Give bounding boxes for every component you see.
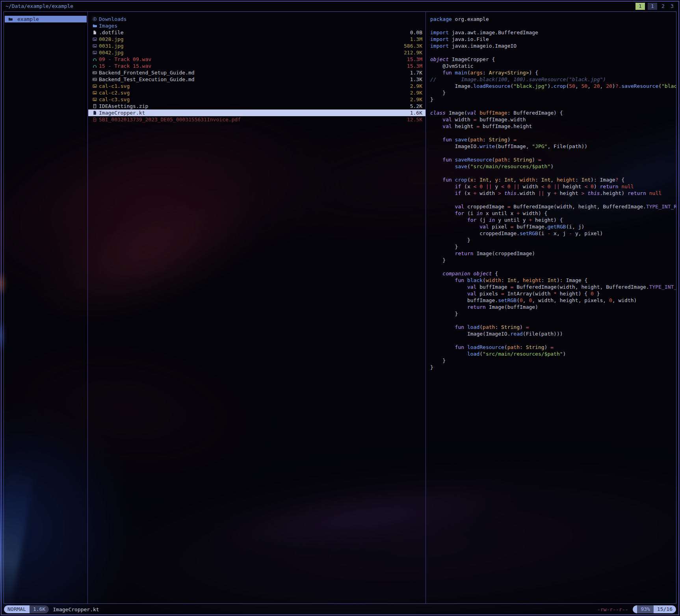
file-size: 2.9K xyxy=(410,90,422,96)
image-icon xyxy=(93,50,99,55)
code-line: } xyxy=(430,89,676,96)
file-name: SBI_0032013739_2023_DE05_0003155631Invoi… xyxy=(99,117,407,122)
file-name: Downloads xyxy=(99,16,422,22)
code-line: if (x < 0 || y < 0 || width < 0 || heigh… xyxy=(430,183,676,190)
code-line: val pixels = IntArray(width * height) { … xyxy=(430,290,676,297)
status-bar: NORMAL 1.6K ImageCropper.kt -rw-r--r-- 9… xyxy=(4,605,676,613)
code-line: return Image(buffImage) xyxy=(430,304,676,310)
code-line: val height = buffImage.height xyxy=(430,123,676,130)
code-line: val pixel = buffImage.getRGB(i, j) xyxy=(430,223,676,230)
code-line: } xyxy=(430,237,676,243)
file-row[interactable]: .dotfile0.0B xyxy=(88,29,425,36)
file-size: 2.9K xyxy=(410,96,422,102)
file-size: 1.3K xyxy=(410,76,422,82)
file-row[interactable]: SBI_0032013739_2023_DE05_0003155631Invoi… xyxy=(88,116,425,123)
code-line xyxy=(430,317,676,324)
code-line: fun main(args: Array<String>) { xyxy=(430,69,676,76)
code-line: fun black(width: Int, height: Int): Imag… xyxy=(430,277,676,284)
file-name: 09 - Track 09.wav xyxy=(99,56,407,62)
image-icon xyxy=(93,91,99,95)
file-row[interactable]: cal-c1.svg2.9K xyxy=(88,83,425,89)
image-icon xyxy=(93,97,99,102)
code-line: return Image(croppedImage) xyxy=(430,250,676,257)
code-line: } xyxy=(430,243,676,250)
file-row[interactable]: Backend_Frontend_Setup_Guide.md1.7K xyxy=(88,69,425,76)
file-row[interactable]: cal-c3.svg2.9K xyxy=(88,96,425,103)
folder-icon xyxy=(8,17,15,21)
file-name: IDEAsettings.zip xyxy=(99,103,410,109)
pill-cap xyxy=(633,605,637,613)
code-line: ImageIO.write(buffImage, "JPG", File(pat… xyxy=(430,143,676,150)
code-line: } xyxy=(430,357,676,364)
parent-item-label: example xyxy=(17,16,39,22)
tab-2[interactable]: 1 xyxy=(648,3,657,10)
file-size: 1.7K xyxy=(410,70,422,76)
folder-icon xyxy=(93,24,99,28)
file-name: 0042.jpg xyxy=(99,50,404,56)
code-line: @JvmStatic xyxy=(430,63,676,69)
code-line: } xyxy=(430,96,676,103)
code-line: load("src/main/resources/$path") xyxy=(430,351,676,357)
yazi-terminal: { "topbar": { "path": "~/Data/example/ex… xyxy=(0,0,680,616)
code-line: val buffImage = BufferedImage(width, hei… xyxy=(430,284,676,290)
zip-icon xyxy=(93,104,99,108)
file-name: Backend_Frontend_Setup_Guide.md xyxy=(99,70,410,76)
file-name: cal-c2.svg xyxy=(99,90,410,96)
file-name: cal-c3.svg xyxy=(99,96,410,102)
code-line: fun load(path: String) = xyxy=(430,324,676,330)
file-size: 5.2K xyxy=(410,103,422,109)
audio-icon xyxy=(93,57,99,61)
file-row[interactable]: 0031.jpg586.3K xyxy=(88,43,425,49)
code-line xyxy=(430,103,676,109)
file-size: 212.9K xyxy=(404,50,422,56)
code-line: fun saveResource(path: String) = xyxy=(430,156,676,163)
parent-directory-panel: example xyxy=(4,12,88,603)
tab-1[interactable]: 1 xyxy=(635,3,645,10)
file-name: Backend_Test_Execution_Guide.md xyxy=(99,76,410,82)
file-size: 15.3M xyxy=(407,56,422,62)
file-row[interactable]: 09 - Track 09.wav15.3M xyxy=(88,56,425,63)
code-line: companion object { xyxy=(430,270,676,277)
code-line xyxy=(430,170,676,176)
breadcrumb-path: ~/Data/example/example xyxy=(6,3,73,9)
code-line xyxy=(430,130,676,136)
file-row[interactable]: cal-c2.svg2.9K xyxy=(88,89,425,96)
code-line: fun loadResource(path: String) = xyxy=(430,344,676,351)
file-row[interactable]: ImageCropper.kt1.6K xyxy=(88,109,425,116)
tab-3[interactable]: 2 xyxy=(660,3,666,10)
file-size: 1.3M xyxy=(410,36,422,42)
code-line: } xyxy=(430,257,676,263)
markdown-icon xyxy=(93,77,99,82)
code-line: for (j in y until y + height) { xyxy=(430,217,676,223)
file-row[interactable]: IDEAsettings.zip5.2K xyxy=(88,103,425,109)
file-name: 0031.jpg xyxy=(99,43,404,49)
file-row[interactable]: 15 - Track 15.wav15.3M xyxy=(88,63,425,69)
topbar: ~/Data/example/example 1123 xyxy=(6,2,675,10)
code-line xyxy=(430,22,676,29)
code-line: import java.awt.image.BufferedImage xyxy=(430,29,676,36)
tab-4[interactable]: 3 xyxy=(669,3,675,10)
code-line: import java.io.File xyxy=(430,36,676,43)
code-line: save("src/main/resources/$path") xyxy=(430,163,676,170)
file-size-badge: 1.6K xyxy=(30,605,49,613)
code-line: buffImage.setRGB(0, 0, width, height, pi… xyxy=(430,297,676,304)
code-preview-panel: package org.example import java.awt.imag… xyxy=(426,12,676,603)
code-line xyxy=(430,150,676,156)
file-size: 586.3K xyxy=(404,43,422,49)
file-row[interactable]: 0042.jpg212.9K xyxy=(88,49,425,56)
parent-item-example[interactable]: example xyxy=(5,16,87,22)
scroll-percent: 93% xyxy=(637,605,653,613)
cursor-position: 15/16 xyxy=(654,605,676,613)
file-row[interactable]: 0028.jpg1.3M xyxy=(88,36,425,43)
file-row[interactable]: Backend_Test_Execution_Guide.md1.3K xyxy=(88,76,425,83)
status-filename: ImageCropper.kt xyxy=(53,607,99,612)
file-row[interactable]: Downloads xyxy=(88,16,425,22)
image-icon xyxy=(93,84,99,88)
main-panels: example DownloadsImages.dotfile0.0B0028.… xyxy=(4,11,676,604)
file-row[interactable]: Images xyxy=(88,22,425,29)
kotlin-file-icon xyxy=(93,111,99,115)
code-line: Image.loadResource("black.jpg").crop(50,… xyxy=(430,83,676,89)
code-line: val width = buffImage.width xyxy=(430,116,676,123)
tab-list: 1123 xyxy=(635,3,675,10)
image-icon xyxy=(93,37,99,41)
